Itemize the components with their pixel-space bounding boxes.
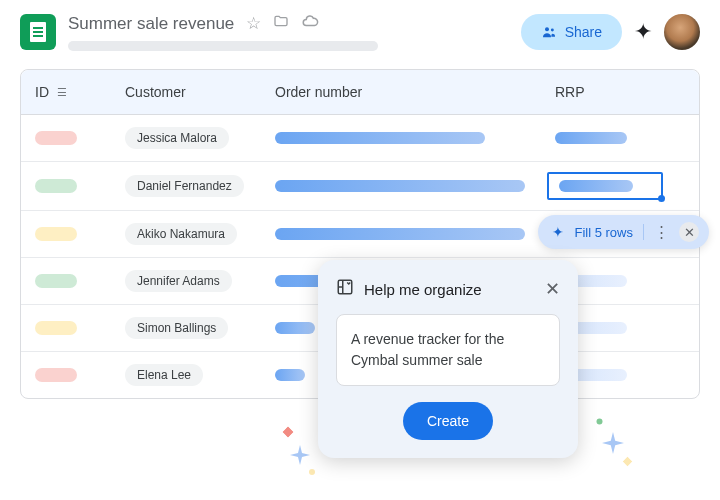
svg-rect-4 — [282, 426, 293, 437]
svg-point-0 — [545, 27, 549, 31]
title-area: Summer sale revenue ☆ — [68, 12, 509, 51]
dialog-header: Help me organize ✕ — [336, 278, 560, 300]
customer-cell[interactable]: Daniel Fernandez — [111, 173, 261, 199]
document-title[interactable]: Summer sale revenue — [68, 14, 234, 34]
rrp-cell[interactable] — [541, 172, 671, 200]
col-order-label: Order number — [275, 84, 362, 100]
close-icon[interactable]: ✕ — [679, 222, 699, 242]
sparkle-icon[interactable]: ✦ — [634, 19, 652, 45]
avatar[interactable] — [664, 14, 700, 50]
table-row[interactable]: Jessica Malora — [21, 115, 699, 162]
id-pill — [35, 321, 77, 335]
id-cell[interactable] — [21, 366, 111, 384]
dialog-input[interactable]: A revenue tracker for the Cymbal summer … — [336, 314, 560, 386]
customer-chip[interactable]: Elena Lee — [125, 364, 203, 386]
column-header-rrp[interactable]: RRP — [541, 80, 671, 104]
id-cell[interactable] — [21, 272, 111, 290]
dialog-close-icon[interactable]: ✕ — [545, 278, 560, 300]
customer-chip[interactable]: Simon Ballings — [125, 317, 228, 339]
order-bar — [275, 180, 525, 192]
doc-title-row: Summer sale revenue ☆ — [68, 12, 509, 35]
order-cell[interactable] — [261, 178, 541, 194]
customer-chip[interactable]: Akiko Nakamura — [125, 223, 237, 245]
order-cell[interactable] — [261, 130, 541, 146]
col-rrp-label: RRP — [555, 84, 585, 100]
help-organize-dialog: Help me organize ✕ A revenue tracker for… — [318, 260, 578, 458]
id-cell[interactable] — [21, 129, 111, 147]
customer-chip[interactable]: Daniel Fernandez — [125, 175, 244, 197]
id-pill — [35, 368, 77, 382]
share-button[interactable]: Share — [521, 14, 622, 50]
chip-divider — [643, 224, 644, 240]
sparkle-decoration — [602, 432, 624, 454]
smart-chip-label[interactable]: Fill 5 rows — [574, 225, 633, 240]
column-header-order[interactable]: Order number — [261, 80, 541, 104]
share-label: Share — [565, 24, 602, 40]
cloud-icon[interactable] — [301, 12, 319, 35]
selected-cell[interactable] — [547, 172, 663, 200]
svg-point-1 — [551, 28, 554, 31]
people-icon — [541, 24, 557, 40]
order-bar — [275, 369, 305, 381]
sparkle-decoration — [623, 457, 633, 467]
order-bar — [275, 132, 485, 144]
sparkle-decoration — [596, 418, 603, 425]
table-row[interactable]: Daniel Fernandez — [21, 162, 699, 211]
rrp-cell[interactable] — [541, 130, 671, 146]
create-button[interactable]: Create — [403, 402, 493, 440]
star-icon[interactable]: ☆ — [246, 13, 261, 34]
rrp-bar — [555, 132, 627, 144]
customer-cell[interactable]: Elena Lee — [111, 362, 261, 388]
order-bar — [275, 322, 315, 334]
sparkle-decoration — [308, 468, 316, 476]
more-icon[interactable]: ⋮ — [654, 223, 669, 241]
sheets-app-icon — [20, 14, 56, 50]
filter-icon[interactable]: ☰ — [57, 86, 67, 99]
menu-bar-placeholder — [68, 41, 378, 51]
customer-chip[interactable]: Jessica Malora — [125, 127, 229, 149]
rrp-bar — [559, 180, 633, 192]
organize-icon — [336, 278, 354, 300]
svg-point-3 — [309, 469, 315, 475]
header: Summer sale revenue ☆ Share ✦ — [0, 0, 720, 59]
customer-chip[interactable]: Jennifer Adams — [125, 270, 232, 292]
customer-cell[interactable]: Simon Ballings — [111, 315, 261, 341]
id-pill — [35, 227, 77, 241]
id-cell[interactable] — [21, 319, 111, 337]
id-pill — [35, 179, 77, 193]
svg-rect-6 — [623, 457, 633, 467]
order-cell[interactable] — [261, 226, 541, 242]
column-header-id[interactable]: ID ☰ — [21, 80, 111, 104]
smart-fill-chip: ✦ Fill 5 rows ⋮ ✕ — [538, 215, 709, 249]
id-pill — [35, 274, 77, 288]
svg-point-5 — [597, 419, 603, 425]
customer-cell[interactable]: Jessica Malora — [111, 125, 261, 151]
dialog-title: Help me organize — [364, 281, 535, 298]
col-id-label: ID — [35, 84, 49, 100]
table-header: ID ☰ Customer Order number RRP — [21, 70, 699, 115]
col-customer-label: Customer — [125, 84, 186, 100]
customer-cell[interactable]: Akiko Nakamura — [111, 221, 261, 247]
column-header-customer[interactable]: Customer — [111, 80, 261, 104]
order-bar — [275, 228, 525, 240]
sparkle-decoration — [290, 445, 310, 465]
id-cell[interactable] — [21, 177, 111, 195]
folder-icon[interactable] — [273, 13, 289, 34]
magic-wand-icon: ✦ — [552, 224, 564, 240]
sparkle-decoration — [282, 426, 293, 437]
id-cell[interactable] — [21, 225, 111, 243]
id-pill — [35, 131, 77, 145]
customer-cell[interactable]: Jennifer Adams — [111, 268, 261, 294]
